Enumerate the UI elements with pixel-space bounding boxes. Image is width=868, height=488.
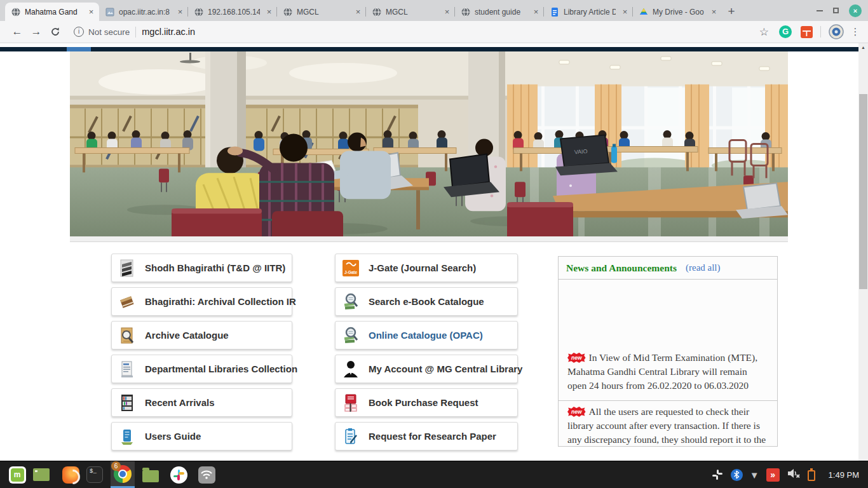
tab-opac[interactable]: opac.iitr.ac.in:8 × [99, 3, 188, 21]
extension-icon[interactable] [801, 26, 813, 38]
news-header: News and Announcements (read all) [559, 257, 777, 280]
archival-book-icon [119, 292, 135, 311]
departmental-libraries-button[interactable]: Departmental Libraries Collection [111, 355, 292, 383]
security-label: Not secure [88, 27, 130, 37]
taskbar-clock[interactable]: 1:49 PM [829, 470, 859, 480]
laptop-brand-text: VAIO [574, 148, 587, 155]
tab-my-drive[interactable]: My Drive - Goo × [633, 3, 722, 21]
system-taskbar: m $_ 6 [0, 461, 868, 488]
new-badge: new [567, 407, 586, 417]
volume-muted-tray-icon[interactable] [787, 468, 801, 482]
tab-mahatma-gandhi-library[interactable]: Mahatma Gand × [5, 3, 99, 21]
window-controls: × [817, 0, 862, 21]
network-tool-launcher[interactable] [194, 462, 219, 487]
bluetooth-tray-icon[interactable] [731, 469, 743, 481]
bookmark-star-icon[interactable]: ☆ [759, 25, 769, 39]
globe-icon [461, 7, 471, 17]
tab-close-icon[interactable]: × [620, 6, 630, 17]
forward-button[interactable]: → [27, 25, 46, 38]
browser-menu-icon[interactable]: ⋮ [850, 26, 860, 37]
show-desktop-button[interactable] [29, 462, 53, 487]
recent-arrivals-button[interactable]: Recent Arrivals [111, 388, 292, 417]
globe-icon [11, 7, 21, 17]
tab-library-article[interactable]: Library Article D × [544, 3, 633, 21]
slack-launcher[interactable] [166, 462, 191, 487]
tab-mgcl-2[interactable]: MGCL × [366, 3, 455, 21]
tab-mgcl-1[interactable]: MGCL × [277, 3, 366, 21]
scrollbar-up-arrow[interactable]: ▲ [858, 45, 868, 50]
anydesk-tray-icon[interactable]: » [766, 468, 780, 482]
tab-title: MGCL [386, 8, 438, 17]
jgate-button[interactable]: J-Gate J-Gate (Journal Search) [335, 254, 518, 282]
close-window-button[interactable]: × [849, 4, 862, 17]
thesis-stack-icon [119, 259, 135, 278]
button-label: Archive Catalogue [145, 330, 229, 341]
page-content: VAIO [0, 43, 868, 461]
folder-icon [142, 470, 159, 482]
maximize-button[interactable] [833, 8, 839, 13]
button-label: Online Catalogue (OPAC) [369, 330, 483, 341]
button-label: Request for Research Paper [369, 431, 496, 442]
tab-student-guide[interactable]: student guide × [455, 3, 544, 21]
grammarly-extension-icon[interactable]: G [779, 25, 792, 38]
online-catalogue-opac-button[interactable]: Online Catalogue (OPAC) [335, 321, 518, 349]
wifi-tray-icon[interactable]: ▼ [750, 470, 759, 480]
button-label: Bhagirathi: Archival Collection IR [145, 296, 296, 307]
opac-search-icon [342, 326, 359, 345]
address-divider [135, 27, 136, 37]
tab-close-icon[interactable]: × [353, 6, 363, 17]
minimize-button[interactable] [817, 10, 823, 11]
button-label: My Account @ MG Central Library [369, 363, 522, 374]
button-label: Shodh Bhagirathi (T&D @ IITR) [145, 262, 285, 273]
firefox-launcher[interactable] [58, 462, 83, 487]
button-label: Recent Arrivals [145, 397, 215, 408]
archive-catalogue-button[interactable]: Archive Catalogue [111, 321, 292, 349]
globe-icon [194, 7, 204, 17]
firefox-icon [62, 466, 79, 484]
news-read-all-link[interactable]: (read all) [686, 262, 721, 273]
file-manager-launcher[interactable] [139, 462, 163, 487]
bhagirathi-archival-button[interactable]: Bhagirathi: Archival Collection IR [111, 287, 292, 316]
site-nav-active-item[interactable] [67, 47, 91, 51]
research-paper-icon [342, 427, 359, 446]
page-info-icon[interactable]: i [74, 27, 84, 37]
news-item-text: All the users are requested to check the… [567, 406, 766, 445]
address-url[interactable]: mgcl.iitr.ac.in [142, 27, 195, 37]
news-item: newIn View of Mid Term Examination (MTE)… [559, 347, 777, 400]
battery-tray-icon[interactable] [808, 470, 815, 481]
tab-close-icon[interactable]: × [264, 6, 275, 17]
mint-menu-button[interactable]: m [5, 462, 29, 487]
quick-links-left-column: Shodh Bhagirathi (T&D @ IITR) Bhagirathi… [111, 254, 292, 456]
new-tab-button[interactable]: + [722, 3, 741, 21]
tab-close-icon[interactable]: × [709, 6, 719, 17]
reload-icon [50, 27, 60, 37]
chrome-taskbar-button[interactable]: 6 [111, 461, 135, 488]
slack-tray-icon[interactable] [711, 468, 724, 481]
reload-button[interactable] [46, 27, 65, 37]
toolbar-divider [820, 26, 821, 37]
news-item-text: In View of Mid Term Examination (MTE), M… [567, 352, 757, 391]
search-ebook-catalogue-button[interactable]: Search e-Book Catalogue [335, 287, 518, 316]
back-button[interactable]: ← [8, 25, 27, 38]
shodh-bhagirathi-button[interactable]: Shodh Bhagirathi (T&D @ IITR) [111, 254, 292, 282]
google-drive-icon [639, 7, 649, 17]
screen: Mahatma Gand × opac.iitr.ac.in:8 × 192.1… [0, 0, 868, 488]
terminal-launcher[interactable]: $_ [83, 462, 107, 487]
tab-close-icon[interactable]: × [531, 6, 541, 17]
scrollbar-thumb[interactable] [859, 94, 867, 289]
book-purchase-request-button[interactable]: Book Purchase Request [335, 388, 518, 417]
my-account-button[interactable]: My Account @ MG Central Library [335, 355, 518, 383]
button-label: J-Gate (Journal Search) [369, 262, 476, 273]
users-guide-button[interactable]: Users Guide [111, 422, 292, 451]
tab-title: My Drive - Goo [653, 8, 705, 17]
desktop-icon [33, 468, 50, 481]
svg-text:J-Gate: J-Gate [344, 270, 358, 274]
request-research-paper-button[interactable]: Request for Research Paper [335, 422, 518, 451]
tab-close-icon[interactable]: × [442, 6, 452, 17]
tab-ip-address[interactable]: 192.168.105.14 × [188, 3, 277, 21]
profile-avatar[interactable] [829, 24, 844, 39]
new-badge: new [567, 353, 586, 363]
linux-mint-icon: m [9, 466, 26, 484]
tab-close-icon[interactable]: × [86, 6, 97, 17]
tab-close-icon[interactable]: × [175, 6, 186, 17]
